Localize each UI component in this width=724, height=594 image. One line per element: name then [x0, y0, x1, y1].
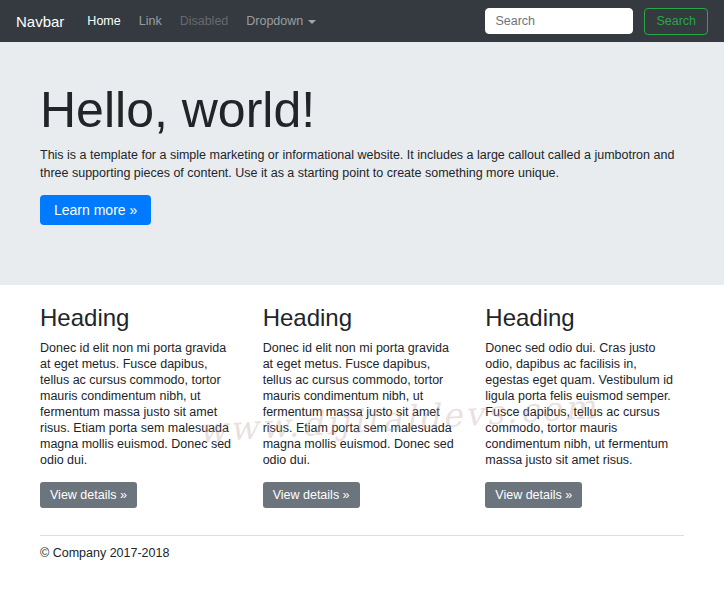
copyright-text: © Company 2017-2018 — [40, 546, 684, 560]
search-form: Search — [485, 8, 708, 35]
footer-divider — [40, 535, 684, 536]
learn-more-button[interactable]: Learn more » — [40, 195, 151, 225]
jumbotron-container: Hello, world! This is a template for a s… — [28, 80, 696, 225]
nav-item-home[interactable]: Home — [78, 10, 129, 32]
column-text: Donec id elit non mi porta gravida at eg… — [263, 340, 462, 468]
column-card: Heading Donec sed odio dui. Cras justo o… — [473, 304, 696, 508]
navbar-menu: Home Link Disabled Dropdown — [78, 10, 325, 32]
view-details-button[interactable]: View details » — [40, 482, 137, 508]
nav-item-dropdown[interactable]: Dropdown — [237, 10, 325, 32]
content-columns: Heading Donec id elit non mi porta gravi… — [0, 285, 724, 560]
column-card: Heading Donec id elit non mi porta gravi… — [251, 304, 474, 508]
search-input[interactable] — [485, 8, 633, 34]
column-heading: Heading — [485, 304, 684, 332]
jumbotron-description: This is a template for a simple marketin… — [40, 146, 684, 182]
column-heading: Heading — [40, 304, 239, 332]
search-button[interactable]: Search — [644, 8, 708, 35]
navbar: Navbar Home Link Disabled Dropdown Searc… — [0, 0, 724, 42]
column-text: Donec sed odio dui. Cras justo odio, dap… — [485, 340, 684, 468]
footer: © Company 2017-2018 — [28, 535, 696, 560]
nav-item-link[interactable]: Link — [130, 10, 171, 32]
nav-item-disabled: Disabled — [171, 10, 238, 32]
column-heading: Heading — [263, 304, 462, 332]
view-details-button[interactable]: View details » — [485, 482, 582, 508]
columns-row: Heading Donec id elit non mi porta gravi… — [28, 285, 696, 508]
view-details-button[interactable]: View details » — [263, 482, 360, 508]
jumbotron: Hello, world! This is a template for a s… — [0, 42, 724, 285]
brand-link[interactable]: Navbar — [16, 13, 64, 30]
page-title: Hello, world! — [40, 80, 684, 140]
chevron-down-icon — [308, 20, 316, 24]
column-text: Donec id elit non mi porta gravida at eg… — [40, 340, 239, 468]
column-card: Heading Donec id elit non mi porta gravi… — [28, 304, 251, 508]
dropdown-label: Dropdown — [246, 14, 303, 28]
